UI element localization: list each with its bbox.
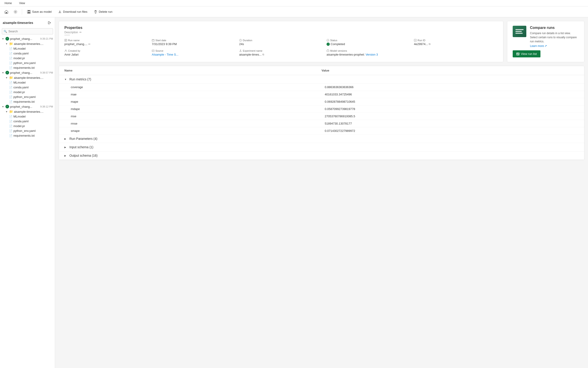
folder-icon-2: 📁 [9, 110, 13, 113]
tree-run-2[interactable]: ▼ ✓ prophet_chang... 9:38:12 PM [0, 104, 55, 109]
content-area: Properties Description ✏ Run name proph [55, 17, 588, 368]
prop-source-label: Source [152, 49, 236, 52]
tree-run-0[interactable]: ▼ ✓ prophet_chang... 9:39:21 PM [0, 36, 55, 41]
tree-folder-0[interactable]: ▼ 📁 aisample-timeseries.... [0, 41, 55, 46]
section-title-3: Output schema (16) [69, 154, 98, 157]
tree-file-0-1[interactable]: 📄 conda.yaml [0, 51, 55, 56]
metric-name-smape: smape [71, 129, 325, 133]
tree-run-1[interactable]: ▼ ✓ prophet_chang... 9:38:57 PM [0, 70, 55, 75]
tree-file-1-3[interactable]: 📄 python_env.yaml [0, 94, 55, 99]
prop-source: Source AIsample - Time S... [152, 49, 236, 56]
toolbar: Save as model Download run files Delete … [0, 6, 588, 17]
tree-folder-1[interactable]: ▼ 📁 aisample-timeseries.... [0, 75, 55, 80]
metric-value-mse: 27053760786910085.5 [325, 115, 579, 118]
run-status-icon-0: ✓ [5, 37, 9, 41]
svg-rect-12 [327, 50, 329, 52]
tree-file-2-3[interactable]: 📄 python_env.yaml [0, 129, 55, 133]
tree-file-1-0[interactable]: 📄 MLmodel [0, 80, 55, 85]
search-input[interactable] [2, 28, 53, 34]
metric-name-mdape: mdape [71, 107, 325, 111]
file-label-0-2: model.pr [13, 56, 53, 60]
main-layout: aisample-timeseries 🔍 ▼ ✓ prophet_chang.… [0, 17, 588, 368]
metric-value-rmse: 51894730.13078177 [325, 122, 579, 125]
edit-run-name-icon[interactable]: ✏ [88, 43, 90, 46]
compare-runs-card: Compare runs Compare run details in a li… [507, 21, 584, 62]
metric-name-mse: mse [71, 115, 325, 118]
edit-description-icon[interactable]: ✏ [80, 31, 82, 34]
chevron-down-icon: ▼ [64, 78, 68, 81]
tree-file-2-0[interactable]: 📄 MLmodel [0, 114, 55, 119]
sidebar-header: aisample-timeseries [0, 17, 55, 27]
metric-name-mape: mape [71, 100, 325, 103]
section-output-schema[interactable]: ▶ Output schema (16) [59, 151, 584, 160]
menu-view[interactable]: View [17, 1, 27, 6]
metric-name-mae: mae [71, 93, 325, 96]
file-icon: 📄 [9, 95, 12, 99]
properties-title: Properties [64, 26, 498, 30]
file-icon: 📄 [9, 100, 12, 103]
prop-source-value: AIsample - Time S... [152, 53, 236, 56]
run-label-1: prophet_chang... [10, 71, 39, 74]
svg-rect-11 [152, 50, 154, 52]
tree-file-0-4[interactable]: 📄 requirements.txt [0, 65, 55, 70]
col-value-header: Value [321, 69, 579, 72]
learn-more-link[interactable]: Learn more [530, 44, 579, 48]
model-version-link[interactable]: Version 3 [366, 53, 378, 56]
tree-folder-2[interactable]: ▼ 📁 aisample-timeseries.... [0, 109, 55, 114]
svg-point-8 [327, 39, 329, 41]
chevron-down-icon: ▼ [2, 105, 5, 108]
tree-file-2-4[interactable]: 📄 requirements.txt [0, 133, 55, 138]
tree-file-1-1[interactable]: 📄 conda.yaml [0, 85, 55, 90]
section-run-parameters[interactable]: ▶ Run Parameters (4) [59, 135, 584, 143]
sidebar-collapse-button[interactable] [47, 20, 52, 26]
toolbar-sep-1 [22, 9, 22, 15]
run-label-0: prophet_chang... [10, 37, 39, 41]
sidebar-title: aisample-timeseries [3, 21, 33, 25]
settings-icon-btn[interactable] [12, 8, 19, 16]
metric-value-coverage: 0.8863636363636366 [325, 85, 579, 89]
compare-icon-line-3 [515, 33, 523, 34]
tree-file-0-3[interactable]: 📄 python_env.yaml [0, 61, 55, 65]
tree-file-1-2[interactable]: 📄 model.pr [0, 90, 55, 94]
metrics-card: Name Value ▼ Run metrics (7) coverage 0.… [59, 66, 584, 160]
home-icon-btn[interactable] [3, 8, 10, 16]
section-title-1: Run Parameters (4) [69, 137, 98, 140]
run-time-0: 9:39:21 PM [40, 37, 53, 40]
tree-file-2-2[interactable]: 📄 model.pr [0, 124, 55, 129]
tree-file-0-0[interactable]: 📄 MLmodel [0, 46, 55, 51]
section-run-metrics[interactable]: ▼ Run metrics (7) [59, 75, 584, 83]
copy-run-id-icon[interactable]: ⧉ [429, 43, 430, 46]
file-label-1-4: requirements.txt [13, 100, 53, 103]
file-label-2-3: python_env.yaml [13, 129, 53, 133]
prop-created-by-label: Created by [64, 49, 148, 52]
sidebar-search-container: 🔍 [0, 27, 55, 36]
tree-file-1-4[interactable]: 📄 requirements.txt [0, 99, 55, 104]
menu-home[interactable]: Home [3, 1, 14, 6]
metrics-section-0: ▼ Run metrics (7) coverage 0.88636363636… [59, 75, 584, 135]
menu-bar: Home View [0, 0, 588, 6]
description-label: Description [64, 31, 78, 34]
view-run-list-button[interactable]: View run list [513, 50, 540, 57]
prop-start-date: Start date 7/31/2023 9:39 PM [152, 39, 236, 46]
copy-experiment-icon[interactable]: ⧉ [262, 53, 264, 56]
prop-status-value: ✓ Completed [327, 42, 410, 46]
file-icon: 📄 [9, 57, 12, 60]
section-input-schema[interactable]: ▶ Input schema (1) [59, 143, 584, 151]
folder-label-0: aisample-timeseries.... [14, 42, 53, 46]
download-run-files-button[interactable]: Download run files [56, 9, 90, 15]
save-model-button[interactable]: Save as model [25, 9, 54, 15]
delete-run-button[interactable]: Delete run [91, 9, 115, 15]
compare-text: Compare runs Compare run details in a li… [530, 26, 579, 48]
tree-file-2-1[interactable]: 📄 conda.yaml [0, 119, 55, 124]
file-icon: 📄 [9, 66, 12, 69]
file-label-1-1: conda.yaml [13, 86, 53, 89]
sidebar: aisample-timeseries 🔍 ▼ ✓ prophet_chang.… [0, 17, 55, 368]
source-link[interactable]: AIsample - Time S... [152, 53, 178, 56]
svg-rect-3 [28, 10, 30, 11]
tree-file-0-2[interactable]: 📄 model.pr [0, 56, 55, 61]
chevron-right-icon: ▶ [64, 154, 68, 157]
prop-experiment-name-label: Experiment name [239, 49, 323, 52]
file-icon: 📄 [9, 52, 12, 55]
run-time-2: 9:38:12 PM [40, 105, 53, 108]
prop-duration-label: Duration [239, 39, 323, 42]
